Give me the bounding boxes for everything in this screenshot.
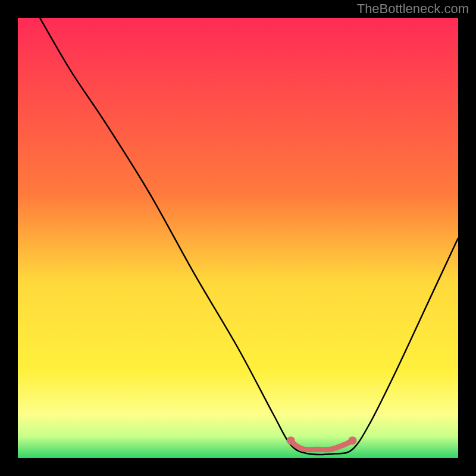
gradient-background — [18, 18, 458, 458]
chart-svg — [18, 18, 458, 458]
watermark-text: TheBottleneck.com — [357, 1, 469, 17]
highlight-endpoint-dot — [287, 436, 295, 444]
chart-plot-area — [18, 18, 458, 458]
highlight-endpoint-dot — [348, 436, 356, 444]
